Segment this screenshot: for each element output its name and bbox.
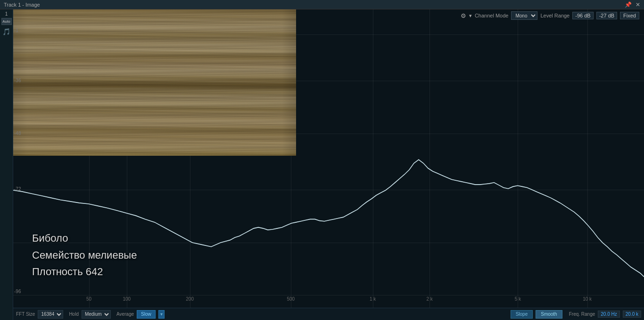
- freq-label-500: 500: [287, 296, 295, 302]
- freq-label-5k: 5 k: [515, 296, 521, 302]
- db-label-minus1: -1: [14, 28, 18, 33]
- main-container: 1 Auto 🎵 ⚙ ▾ Channel Mode Mono Level Ran…: [0, 9, 644, 320]
- info-line1: Биболо: [32, 230, 137, 246]
- freq-range-max: 20.0 k: [623, 311, 641, 318]
- bottom-toolbar: FFT Size 16384 Hold Medium Average Slow …: [13, 308, 644, 320]
- hold-select[interactable]: Medium: [82, 310, 111, 319]
- freq-label-100: 100: [123, 296, 131, 302]
- channel-mode-label: Channel Mode: [475, 13, 509, 18]
- average-slow-button[interactable]: Slow: [137, 310, 156, 319]
- header-controls: ⚙ ▾ Channel Mode Mono Level Range -96 dB…: [461, 11, 639, 20]
- info-line2: Семейство мелиевые: [32, 247, 137, 263]
- freq-label-1k: 1 k: [370, 296, 376, 302]
- freq-range-label: Freq. Range: [569, 312, 595, 317]
- fft-size-label: FFT Size: [16, 312, 35, 317]
- db-label-minus72: -72: [14, 186, 21, 192]
- freq-range-min: 20.0 Hz: [598, 311, 619, 318]
- freq-label-2k: 2 k: [426, 296, 432, 302]
- fft-size-select[interactable]: 16384: [38, 310, 63, 319]
- pin-icon[interactable]: 📌: [625, 1, 632, 8]
- auto-button[interactable]: Auto: [1, 18, 12, 25]
- db-label-minus96: -96: [14, 289, 21, 294]
- window-title: Track 1 - Image: [4, 2, 40, 8]
- fixed-button[interactable]: Fixed: [620, 12, 639, 19]
- freq-label-10k: 10 k: [583, 296, 592, 302]
- average-dropdown-icon[interactable]: ▾: [158, 310, 165, 319]
- close-icon[interactable]: ✕: [636, 1, 640, 8]
- track-number: 1: [5, 11, 8, 17]
- info-overlay: Биболо Семейство мелиевые Плотность 642: [32, 230, 137, 280]
- track-panel: 1 Auto 🎵: [0, 9, 13, 320]
- level-max-value: -27 dB: [596, 12, 617, 19]
- average-label: Average: [116, 312, 134, 317]
- top-bar: Track 1 - Image 📌 ✕: [0, 0, 644, 9]
- level-min-value: -96 dB: [572, 12, 593, 19]
- slope-button[interactable]: Slope: [511, 310, 533, 319]
- freq-label-50: 50: [86, 296, 91, 302]
- db-label-minus36: -36: [14, 78, 21, 83]
- gear-icon[interactable]: ⚙: [461, 12, 466, 19]
- channel-mode-select[interactable]: Mono: [511, 11, 537, 20]
- track-icon: 🎵: [2, 28, 10, 35]
- db-label-minus48: -48: [14, 131, 21, 136]
- spectrum-area: ⚙ ▾ Channel Mode Mono Level Range -96 dB…: [13, 9, 644, 320]
- freq-axis: 50 100 200 500 1 k 2 k 5 k 10 k: [13, 296, 644, 306]
- level-range-label: Level Range: [540, 13, 570, 18]
- header-dropdown-icon[interactable]: ▾: [469, 13, 472, 19]
- freq-label-200: 200: [186, 296, 194, 302]
- info-line3: Плотность 642: [32, 263, 137, 280]
- smooth-button[interactable]: Smooth: [536, 310, 562, 319]
- hold-label: Hold: [69, 312, 79, 317]
